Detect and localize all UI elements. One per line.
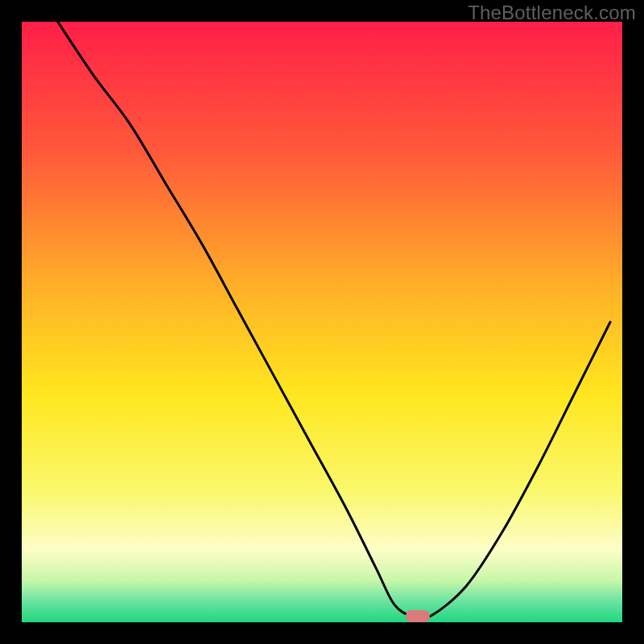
gradient-rect: [22, 22, 622, 622]
chart-frame: TheBottleneck.com: [0, 0, 644, 644]
watermark-label: TheBottleneck.com: [468, 2, 636, 24]
optimal-marker: [406, 610, 430, 622]
plot-area: [22, 22, 622, 622]
gradient-chart-svg: [22, 22, 622, 622]
